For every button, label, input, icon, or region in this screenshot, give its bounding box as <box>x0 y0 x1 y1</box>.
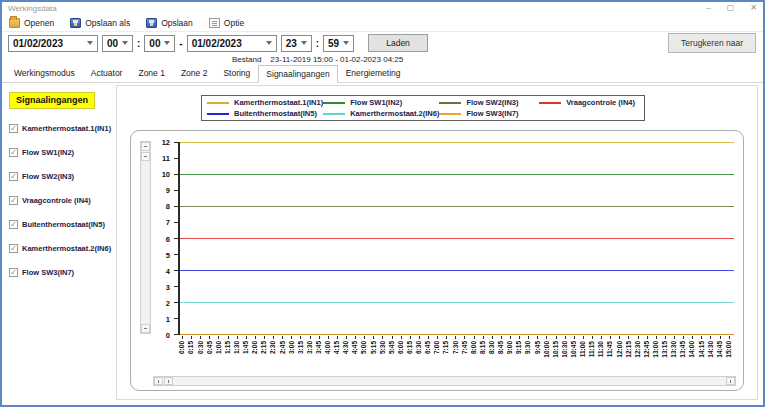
end-date-select[interactable]: 01/02/2023 <box>187 35 277 52</box>
x-tick-cell: 14:15 <box>697 336 706 373</box>
x-tick-cell: 8:15 <box>479 336 488 373</box>
tab-actuator[interactable]: Actuator <box>83 64 131 82</box>
x-tick-mark <box>410 336 411 339</box>
x-tick-label: 14:45 <box>717 341 724 358</box>
tab-energiemeting[interactable]: Energiemeting <box>338 64 409 82</box>
signal-item-flow-sw1-in2[interactable]: ✓Flow SW1(IN2) <box>9 148 116 157</box>
signal-item-buitenthermostaat-in5[interactable]: ✓Buitenthermostaat(IN5) <box>9 220 116 229</box>
chart-box: 0123456789101112 0:000:150:300:451:001:1… <box>130 130 744 391</box>
x-tick-label: 7:15 <box>443 341 450 354</box>
signal-label: Flow SW3(IN7) <box>22 268 74 277</box>
v-scroll-down-button[interactable] <box>141 324 150 333</box>
legend-item-kamerthermostaat-2-in6: Kamerthermostaat.2(IN6) <box>323 109 439 118</box>
x-tick-mark <box>574 336 575 339</box>
series-line-buitenthermostaat-in5 <box>180 270 734 271</box>
x-tick-mark <box>209 336 210 339</box>
maximize-button[interactable]: ▢ <box>727 3 735 13</box>
end-minute-select[interactable]: 59 <box>323 35 354 52</box>
tab-storing[interactable]: Storing <box>215 64 258 82</box>
x-tick-mark <box>337 336 338 339</box>
x-tick-cell: 5:45 <box>388 336 397 373</box>
y-tick-label: 3 <box>166 282 170 291</box>
start-date-select[interactable]: 01/02/2023 <box>8 35 98 52</box>
opslaan-als-button[interactable]: Opslaan als <box>70 18 130 28</box>
x-tick-label: 5:45 <box>389 341 396 354</box>
start-minute-select[interactable]: 00 <box>144 35 175 52</box>
end-hour-value: 23 <box>286 38 297 49</box>
minimize-button[interactable]: – <box>706 3 710 13</box>
x-tick-label: 1:15 <box>225 341 232 354</box>
x-tick-mark <box>319 336 320 339</box>
legend-line-swatch <box>323 102 345 104</box>
signal-label: Kamerthermostaat.2(IN6) <box>22 244 111 253</box>
opslaan-button[interactable]: Opslaan <box>146 18 193 28</box>
x-tick-cell: 15:00 <box>725 336 734 373</box>
end-hour-select[interactable]: 23 <box>281 35 312 52</box>
x-tick-mark <box>419 336 420 339</box>
h-scroll-right-button[interactable] <box>726 377 735 385</box>
x-tick-label: 6:00 <box>398 341 405 354</box>
horizontal-scrollbar[interactable] <box>153 376 736 386</box>
tab-zone-1[interactable]: Zone 1 <box>130 64 172 82</box>
x-tick-label: 1:30 <box>234 341 241 354</box>
x-tick-label: 7:00 <box>434 341 441 354</box>
save-as-icon <box>70 18 81 28</box>
start-date-value: 01/02/2023 <box>13 38 63 49</box>
signal-item-flow-sw3-in7[interactable]: ✓Flow SW3(IN7) <box>9 268 116 277</box>
checkbox-icon[interactable]: ✓ <box>9 220 18 229</box>
signal-sidebar: Signaalingangen ✓Kamerthermostaat.1(IN1)… <box>2 83 116 405</box>
x-tick-label: 10:45 <box>571 341 578 358</box>
x-tick-label: 5:15 <box>371 341 378 354</box>
checkbox-icon[interactable]: ✓ <box>9 172 18 181</box>
tab-signaalingangen[interactable]: Signaalingangen <box>258 65 337 83</box>
signal-item-kamerthermostaat-1-in1[interactable]: ✓Kamerthermostaat.1(IN1) <box>9 124 116 133</box>
signal-label: Buitenthermostaat(IN5) <box>22 220 105 229</box>
x-tick-cell: 2:15 <box>260 336 269 373</box>
x-tick-mark <box>610 336 611 339</box>
x-tick-cell: 13:00 <box>652 336 661 373</box>
x-tick-label: 7:30 <box>453 341 460 354</box>
openen-label: Openen <box>24 18 54 28</box>
legend-item-flow-sw2-in3: Flow SW2(IN3) <box>439 98 539 107</box>
chevron-down-icon <box>87 41 93 45</box>
x-tick-mark <box>392 336 393 339</box>
y-tick-label: 1 <box>166 314 170 323</box>
y-tick-mark <box>174 222 178 223</box>
x-tick-mark <box>291 336 292 339</box>
v-zoom-in-button[interactable] <box>141 142 150 151</box>
chevron-down-icon <box>301 41 307 45</box>
signal-item-vraagcontrole-in4[interactable]: ✓Vraagcontrole (IN4) <box>9 196 116 205</box>
x-tick-cell: 0:30 <box>196 336 205 373</box>
x-tick-label: 4:45 <box>352 341 359 354</box>
vertical-scrollbar[interactable] <box>140 141 151 334</box>
openen-button[interactable]: Openen <box>9 18 54 28</box>
checkbox-icon[interactable]: ✓ <box>9 268 18 277</box>
terugkeren-button[interactable]: Terugkeren naar <box>668 33 756 53</box>
v-zoom-out-button[interactable] <box>141 152 150 161</box>
optie-button[interactable]: Optie <box>209 18 244 28</box>
x-tick-mark <box>710 336 711 339</box>
x-tick-mark <box>701 336 702 339</box>
x-tick-label: 0:15 <box>188 341 195 354</box>
tab-zone-2[interactable]: Zone 2 <box>173 64 215 82</box>
laden-button[interactable]: Laden <box>368 34 428 52</box>
x-tick-mark <box>519 336 520 339</box>
close-button[interactable]: ✕ <box>750 3 757 13</box>
x-tick-mark <box>619 336 620 339</box>
x-tick-mark <box>546 336 547 339</box>
checkbox-icon[interactable]: ✓ <box>9 148 18 157</box>
checkbox-icon[interactable]: ✓ <box>9 196 18 205</box>
checkbox-icon[interactable]: ✓ <box>9 124 18 133</box>
checkbox-icon[interactable]: ✓ <box>9 244 18 253</box>
start-hour-select[interactable]: 00 <box>102 35 133 52</box>
x-tick-mark <box>501 336 502 339</box>
tab-werkingsmodus[interactable]: Werkingsmodus <box>6 64 83 82</box>
signal-item-flow-sw2-in3[interactable]: ✓Flow SW2(IN3) <box>9 172 116 181</box>
x-tick-label: 9:15 <box>516 341 523 354</box>
x-tick-mark <box>191 336 192 339</box>
h-zoom-button[interactable] <box>154 377 163 385</box>
x-tick-cell: 1:00 <box>214 336 223 373</box>
x-tick-cell: 2:45 <box>278 336 287 373</box>
signal-item-kamerthermostaat-2-in6[interactable]: ✓Kamerthermostaat.2(IN6) <box>9 244 116 253</box>
h-scroll-left-button[interactable] <box>164 377 173 385</box>
